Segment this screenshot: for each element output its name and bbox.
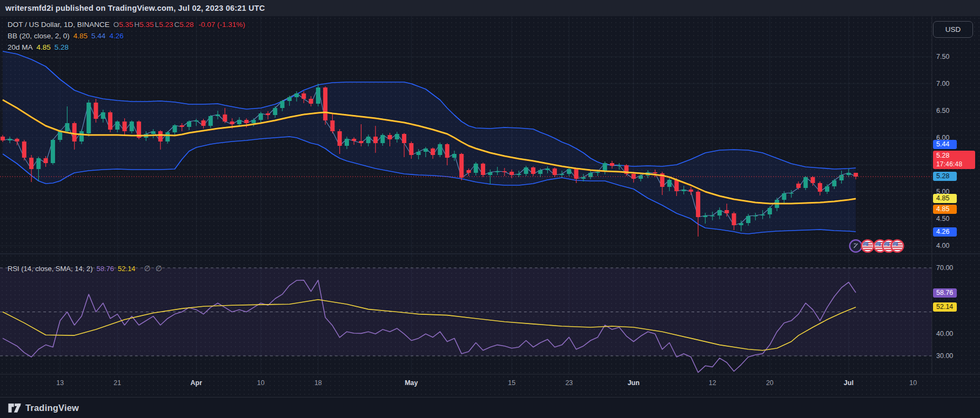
candle-body — [553, 168, 557, 175]
chart-canvas[interactable]: DOT / US Dollar, 1D, BINANCE O5.35H5.35L… — [0, 16, 980, 397]
candle-body — [101, 112, 105, 119]
candle-body — [58, 131, 62, 140]
candle-body — [287, 97, 292, 101]
candle-body — [216, 114, 220, 116]
currency-toggle-button[interactable]: USD — [933, 21, 973, 38]
candle-body — [710, 215, 715, 217]
candle-body — [610, 163, 614, 166]
candle-body — [639, 176, 643, 179]
tradingview-logo-icon[interactable] — [8, 402, 21, 414]
candle-body — [251, 120, 256, 123]
rsi-indicator-label[interactable]: RSI (14, close, SMA, 14, 2) — [8, 265, 93, 273]
us-flag-event-icon[interactable] — [890, 239, 905, 253]
candle-body — [223, 114, 227, 122]
candle-body — [495, 171, 500, 172]
ma-legend-row[interactable]: 20d MA 4.855.28 — [8, 43, 72, 51]
candle-body — [840, 175, 844, 180]
candle-body — [36, 158, 41, 169]
bb-legend-row[interactable]: BB (20, close, 2, 0) 4.855.444.26 — [8, 32, 127, 40]
countdown-price-label: 5.2817:46:48 — [933, 151, 975, 169]
candle-body — [574, 169, 579, 179]
candle-body — [546, 168, 550, 170]
price-tick: 4.50 — [936, 214, 949, 224]
rsi-value: 52.14 — [118, 265, 136, 273]
candle-body — [474, 164, 478, 173]
candle-body — [79, 131, 84, 141]
candle-body — [753, 215, 757, 217]
candle-body — [803, 177, 808, 188]
candle-body — [123, 122, 127, 131]
candle-body — [739, 223, 743, 225]
candle-body — [352, 139, 356, 141]
candle-body — [560, 174, 564, 175]
candle-body — [581, 177, 586, 179]
candle-body — [359, 141, 364, 143]
candle-body — [488, 172, 492, 175]
candle-body — [459, 154, 464, 178]
time-axis[interactable]: 1321Apr1018May1523Jun1220Jul10 — [0, 374, 980, 397]
candle-body — [294, 93, 299, 97]
time-tick-day: 15 — [508, 379, 515, 387]
candle-body — [854, 173, 858, 177]
price-tick: 6.50 — [936, 106, 949, 116]
candle-body — [373, 137, 378, 143]
rsi-tick: 70.00 — [936, 263, 953, 273]
candle-body — [452, 154, 457, 158]
candle-body — [674, 180, 679, 191]
candle-body — [165, 132, 170, 141]
candle-body — [438, 144, 442, 155]
candle-body — [380, 135, 385, 143]
rsi-tick: 30.00 — [936, 351, 953, 361]
candle-body — [467, 170, 471, 173]
candle-body — [8, 139, 12, 140]
bb-indicator-label[interactable]: BB (20, close, 2, 0) — [8, 32, 70, 40]
candle-body — [345, 139, 349, 146]
time-tick-day: 10 — [909, 379, 917, 387]
candle-body — [1, 137, 5, 140]
time-tick-day: 20 — [766, 379, 774, 387]
symbol-legend-row[interactable]: DOT / US Dollar, 1D, BINANCE O5.35H5.35L… — [8, 21, 245, 29]
candle-body — [15, 139, 19, 141]
time-tick-day: 13 — [56, 379, 64, 387]
symbol-title[interactable]: DOT / US Dollar, 1D, BINANCE — [8, 21, 110, 29]
ma-value: 5.28 — [55, 43, 69, 51]
candle-body — [51, 140, 55, 163]
chart-plot-svg[interactable] — [0, 16, 980, 397]
candle-body — [366, 137, 371, 143]
time-tick-month: May — [405, 379, 418, 387]
rsi-legend-row[interactable]: RSI (14, close, SMA, 14, 2) 58.7652.14 ∅… — [8, 264, 162, 273]
candle-body — [724, 210, 729, 213]
rsi-value-label: 52.14 — [933, 302, 957, 312]
time-tick-day: 21 — [113, 379, 121, 387]
tradingview-wordmark[interactable]: TradingView — [25, 403, 79, 413]
candle-body — [847, 173, 851, 175]
rsi-empty-icon: ∅ — [144, 264, 151, 273]
candle-body — [431, 149, 435, 155]
candle-body — [481, 164, 485, 175]
candle-body — [516, 174, 521, 175]
candle-body — [94, 103, 98, 119]
candle-body — [424, 149, 428, 152]
candle-body — [172, 125, 177, 132]
candle-body — [273, 108, 277, 115]
change-value: -0.07 (-1.31%) — [198, 21, 245, 29]
price-value-label: 5.28 — [933, 172, 957, 181]
ma-indicator-label[interactable]: 20d MA — [8, 43, 33, 51]
candle-body — [832, 180, 836, 186]
candle-body — [194, 120, 198, 122]
candle-body — [761, 214, 765, 215]
tradingview-snapshot: writersmfd2i published on TradingView.co… — [0, 0, 980, 418]
candle-body — [259, 113, 263, 120]
ohlc-l: L5.23 — [155, 21, 173, 29]
candle-body — [29, 158, 33, 169]
rsi-tick: 40.00 — [936, 329, 953, 339]
time-tick-day: 12 — [709, 379, 716, 387]
bb-value: 4.85 — [73, 32, 88, 40]
candle-body — [72, 123, 77, 141]
rsi-value-label: 58.76 — [933, 288, 957, 298]
price-tick: 7.00 — [936, 79, 949, 89]
price-axis[interactable]: USD 7.507.006.506.005.004.504.0070.0040.… — [932, 16, 980, 374]
candle-body — [86, 103, 91, 133]
ma-values: 4.855.28 — [37, 43, 73, 51]
candle-body — [130, 122, 134, 131]
